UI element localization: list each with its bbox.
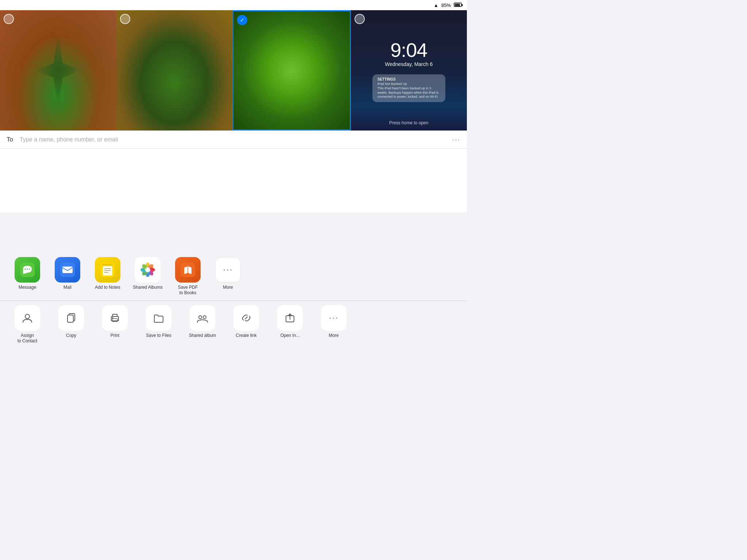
- photo-2-select[interactable]: [120, 14, 130, 24]
- svg-point-20: [145, 267, 150, 272]
- shared-albums-label: Shared Albums: [133, 285, 162, 291]
- app-item-notes[interactable]: Add to Notes: [88, 257, 128, 291]
- photo-strip: ✓ 9:04 Wednesday, March 6 SETTINGS iPad …: [0, 10, 467, 131]
- print-icon: [109, 312, 121, 324]
- svg-rect-24: [67, 315, 73, 322]
- save-files-icon-box: [146, 305, 171, 331]
- shared-album-label: Shared album: [189, 333, 216, 339]
- svg-point-29: [203, 316, 206, 319]
- open-in-icon-box: [277, 305, 303, 331]
- photo-3-select[interactable]: ✓: [237, 15, 247, 25]
- photo-1-select[interactable]: [4, 14, 14, 24]
- action-assign-contact[interactable]: Assignto Contact: [7, 305, 47, 344]
- action-row: Assignto Contact Copy Prin: [0, 301, 467, 350]
- photo-4-select[interactable]: [355, 14, 365, 24]
- create-link-icon: [240, 312, 252, 324]
- open-in-icon: [284, 312, 296, 324]
- wifi-icon: ▲: [434, 3, 438, 8]
- status-bar: ▲ 85%: [0, 0, 467, 10]
- svg-point-1: [25, 268, 26, 269]
- svg-rect-7: [102, 264, 113, 265]
- to-field: To Type a name, phone number, or email ·…: [0, 131, 467, 149]
- more-apps-label: More: [223, 285, 233, 291]
- app-item-books[interactable]: Save PDFto Books: [168, 257, 208, 296]
- app-item-message[interactable]: Message: [7, 257, 47, 291]
- svg-point-27: [112, 318, 113, 318]
- svg-point-22: [25, 314, 30, 319]
- lockscreen-notification: SETTINGS iPad Not Backed UpThis iPad has…: [372, 74, 445, 102]
- mail-label: Mail: [63, 285, 71, 291]
- bottom-sheet: Message Mail: [0, 251, 467, 350]
- more-apps-icon: ···: [215, 257, 241, 283]
- action-save-files[interactable]: Save to Files: [139, 305, 179, 339]
- print-label: Print: [111, 333, 120, 339]
- assign-contact-icon-box: [15, 305, 40, 331]
- shared-album-icon-box: [190, 305, 215, 331]
- lockscreen-date: Wednesday, March 6: [385, 61, 433, 67]
- create-link-label: Create link: [236, 333, 256, 339]
- action-create-link[interactable]: Create link: [226, 305, 266, 339]
- message-label: Message: [19, 285, 36, 291]
- books-label: Save PDFto Books: [178, 285, 198, 296]
- app-item-shared-albums[interactable]: Shared Albums: [128, 257, 168, 291]
- more-actions-label: More: [329, 333, 338, 339]
- action-copy[interactable]: Copy: [51, 305, 91, 339]
- photo-2[interactable]: [116, 10, 233, 131]
- shared-album-icon: [197, 312, 208, 324]
- compose-area[interactable]: [0, 149, 467, 213]
- to-options-button[interactable]: ···: [452, 135, 460, 144]
- svg-rect-8: [103, 266, 112, 276]
- app-row: Message Mail: [0, 251, 467, 301]
- save-files-icon: [153, 312, 165, 324]
- copy-icon-box: [58, 305, 84, 331]
- notes-label: Add to Notes: [95, 285, 120, 291]
- photos-icon-svg: [139, 261, 156, 279]
- battery-icon: [454, 2, 462, 8]
- assign-contact-label: Assignto Contact: [18, 333, 38, 344]
- mail-icon: [55, 257, 80, 283]
- books-icon-svg: [181, 262, 195, 277]
- action-print[interactable]: Print: [95, 305, 135, 339]
- more-actions-icon-box: ···: [321, 305, 347, 331]
- lockscreen-time: 9:04: [390, 39, 427, 61]
- app-item-mail[interactable]: Mail: [47, 257, 88, 291]
- svg-point-2: [27, 268, 28, 269]
- svg-point-28: [199, 316, 202, 319]
- create-link-icon-box: [233, 305, 259, 331]
- action-more[interactable]: ··· More: [314, 305, 354, 339]
- notes-icon-svg: [100, 262, 115, 277]
- photo-1[interactable]: [0, 10, 116, 131]
- books-icon: [175, 257, 201, 283]
- app-item-more[interactable]: ··· More: [208, 257, 248, 291]
- action-open-in[interactable]: Open In...: [270, 305, 310, 339]
- open-in-label: Open In...: [280, 333, 300, 339]
- svg-rect-5: [62, 267, 73, 273]
- notes-icon: [95, 257, 120, 283]
- battery-percentage: 85%: [441, 3, 451, 8]
- print-icon-box: [102, 305, 128, 331]
- message-icon-svg: [20, 262, 35, 277]
- message-icon: [15, 257, 40, 283]
- to-label: To: [7, 136, 15, 143]
- copy-icon: [65, 312, 77, 324]
- more-actions-dots: ···: [329, 312, 339, 323]
- assign-contact-icon: [22, 312, 33, 324]
- action-shared-album[interactable]: Shared album: [182, 305, 222, 339]
- save-files-label: Save to Files: [146, 333, 171, 339]
- svg-point-3: [29, 268, 30, 269]
- to-input[interactable]: Type a name, phone number, or email: [20, 136, 452, 143]
- photo-4[interactable]: 9:04 Wednesday, March 6 SETTINGS iPad No…: [351, 10, 467, 131]
- copy-label: Copy: [66, 333, 76, 339]
- photo-3[interactable]: ✓: [232, 10, 351, 131]
- photos-icon: [135, 257, 160, 283]
- mail-icon-svg: [60, 262, 75, 277]
